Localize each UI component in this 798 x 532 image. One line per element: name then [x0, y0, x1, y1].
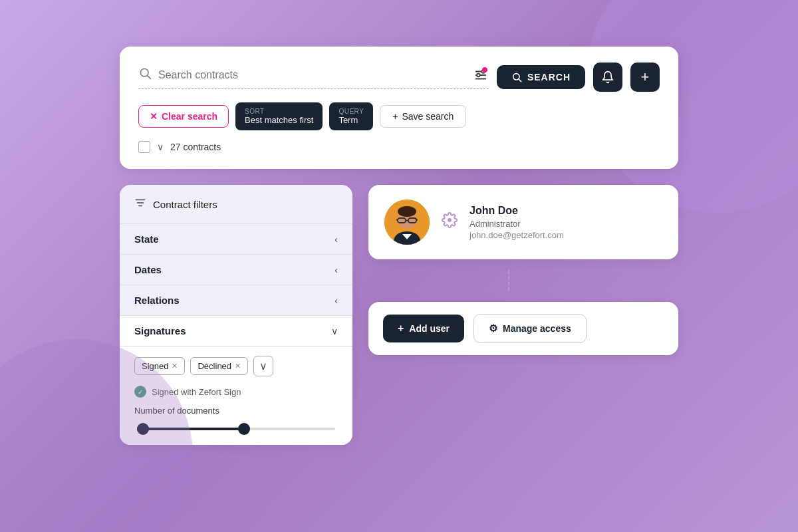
- admin-gear-icon: [442, 212, 458, 232]
- declined-remove-icon[interactable]: ✕: [235, 362, 241, 370]
- signed-remove-icon[interactable]: ✕: [172, 362, 178, 370]
- user-info: John Doe Administrator john.doe@getzefor…: [469, 205, 662, 240]
- filters-panel: Contract filters State ‹ Dates ‹ Relatio…: [120, 185, 352, 445]
- signature-tags-row: Signed ✕ Declined ✕ ∨: [134, 356, 338, 376]
- connector-line: [508, 270, 509, 291]
- relations-chevron: ‹: [334, 295, 338, 306]
- slider-fill: [137, 428, 242, 430]
- svg-line-1: [148, 76, 151, 79]
- state-chevron: ‹: [334, 234, 338, 245]
- document-count-slider[interactable]: [137, 422, 335, 436]
- contracts-count: 27 contracts: [170, 142, 221, 152]
- svg-point-6: [477, 73, 480, 76]
- action-panel: + Add user ⚙ Manage access: [368, 302, 678, 355]
- slider-track: [137, 428, 335, 430]
- user-role: Administrator: [469, 219, 662, 229]
- zefort-sign-icon: ✓: [134, 386, 146, 398]
- filters-title: Contract filters: [153, 199, 217, 210]
- svg-point-19: [398, 206, 416, 217]
- slider-thumb-left[interactable]: [137, 423, 149, 435]
- signatures-content: Signed ✕ Declined ✕ ∨ ✓ Signed with Zefo…: [120, 346, 352, 445]
- add-user-button[interactable]: + Add user: [383, 315, 464, 342]
- plus-icon: +: [392, 111, 398, 122]
- zefort-label: Signed with Zefort Sign: [152, 387, 241, 397]
- right-panels: John Doe Administrator john.doe@getzefor…: [368, 185, 678, 355]
- filter-dates[interactable]: Dates ‹: [120, 255, 352, 285]
- user-email: john.doe@getzefort.com: [469, 230, 662, 240]
- search-row: SEARCH +: [138, 63, 660, 92]
- search-input-wrap: [138, 66, 489, 89]
- expand-chevron[interactable]: ∨: [157, 142, 164, 152]
- svg-line-8: [519, 79, 521, 82]
- filter-lines-icon: [134, 197, 146, 211]
- clear-search-button[interactable]: ✕ Clear search: [138, 105, 229, 128]
- filter-icon-button[interactable]: [472, 66, 489, 84]
- sig-dropdown-button[interactable]: ∨: [253, 356, 273, 376]
- dates-chevron: ‹: [334, 265, 338, 275]
- svg-line-18: [416, 219, 418, 221]
- declined-tag[interactable]: Declined ✕: [190, 357, 248, 375]
- user-panel: John Doe Administrator john.doe@getzefor…: [368, 185, 678, 259]
- signed-zefort-row: ✓ Signed with Zefort Sign: [134, 386, 338, 398]
- user-name: John Doe: [469, 205, 662, 217]
- search-input[interactable]: [158, 69, 466, 81]
- manage-access-button[interactable]: ⚙ Manage access: [473, 314, 587, 343]
- bottom-row: Contract filters State ‹ Dates ‹ Relatio…: [120, 185, 678, 445]
- filters-header: Contract filters: [120, 185, 352, 224]
- svg-line-17: [396, 219, 398, 221]
- signed-tag[interactable]: Signed ✕: [134, 357, 185, 375]
- num-docs-label: Number of documents: [134, 406, 338, 416]
- add-button[interactable]: +: [630, 63, 660, 92]
- select-all-checkbox[interactable]: [138, 141, 150, 153]
- search-button[interactable]: SEARCH: [497, 65, 585, 89]
- user-avatar: [384, 200, 430, 245]
- tag-row: ✕ Clear search SORT Best matches first Q…: [138, 102, 660, 130]
- query-tag[interactable]: QUERY Term: [329, 102, 373, 130]
- plus-icon: +: [641, 68, 650, 86]
- search-panel: SEARCH + ✕ Clear search SORT Best matche…: [120, 47, 678, 169]
- save-search-button[interactable]: + Save search: [380, 105, 466, 128]
- sort-tag[interactable]: SORT Best matches first: [235, 102, 323, 130]
- dropdown-chevron: ∨: [259, 360, 267, 372]
- manage-gear-icon: ⚙: [489, 323, 497, 334]
- filter-active-dot: [482, 67, 487, 72]
- bell-button[interactable]: [593, 63, 622, 92]
- filter-signatures[interactable]: Signatures ∨: [120, 316, 352, 346]
- add-icon: +: [398, 323, 404, 334]
- x-icon: ✕: [150, 111, 158, 122]
- filter-relations[interactable]: Relations ‹: [120, 285, 352, 316]
- contracts-row: ∨ 27 contracts: [138, 141, 660, 153]
- slider-thumb-right[interactable]: [238, 423, 250, 435]
- filter-state[interactable]: State ‹: [120, 224, 352, 255]
- search-icon: [138, 66, 152, 83]
- signatures-chevron: ∨: [331, 326, 338, 336]
